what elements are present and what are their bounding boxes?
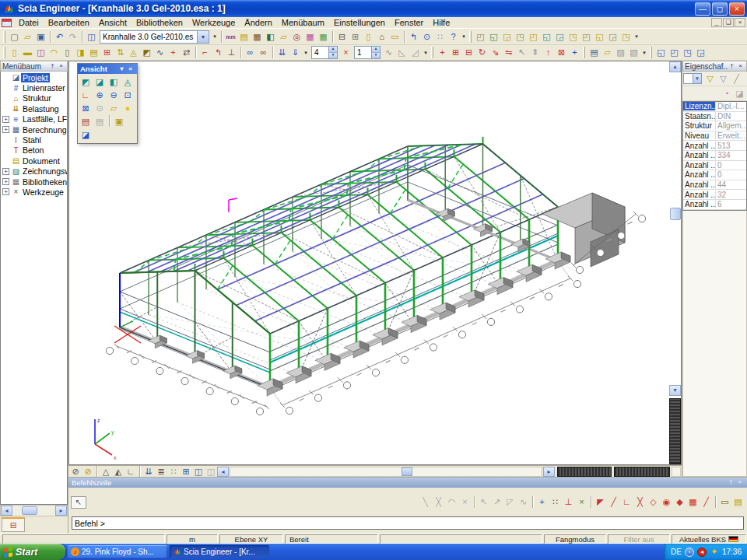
chart-icon[interactable]: ◔ xyxy=(720,87,733,100)
column-icon[interactable]: ▯ xyxy=(8,47,21,59)
toolbar-grip[interactable] xyxy=(3,31,5,43)
catalog-icon[interactable]: ▦ xyxy=(251,30,264,43)
hinge-icon[interactable]: ↰ xyxy=(212,47,225,59)
load-panel-icon-dropdown[interactable]: ▾ xyxy=(302,50,310,56)
new-file-icon[interactable]: ▢ xyxy=(8,30,21,43)
collapse-left-icon[interactable]: ◂ xyxy=(217,467,229,477)
filter-icon[interactable]: ▽ xyxy=(703,72,717,85)
start-button[interactable]: Start xyxy=(0,544,65,560)
status-plane[interactable]: Ebene XY xyxy=(219,534,283,544)
sidebar-item-struktur[interactable]: ⌂Struktur xyxy=(1,93,67,103)
column-console-icon[interactable]: ◫ xyxy=(34,47,47,59)
dot-grid-icon[interactable]: ∷ xyxy=(167,466,180,477)
point-grid-icon[interactable]: ∷ xyxy=(433,30,447,43)
close-icon[interactable]: × xyxy=(126,65,135,72)
help-what-icon[interactable]: ? xyxy=(447,30,460,43)
language-indicator[interactable]: DE xyxy=(671,548,682,556)
project-combobox[interactable]: Kranhalle 3.0 Gel-2010.es ▼ xyxy=(100,30,209,44)
mirror-icon[interactable]: ⇋ xyxy=(502,47,515,59)
property-value[interactable]: Dipl.-I... xyxy=(716,102,746,110)
property-value[interactable]: 44 xyxy=(716,180,746,189)
view-flag-icon[interactable]: ◲ xyxy=(606,30,619,43)
view-flag-icon[interactable]: ◱ xyxy=(593,30,606,43)
hide-icons-chevron-icon[interactable]: ‹ xyxy=(685,548,694,557)
supports-display-icon[interactable]: ∟ xyxy=(124,466,137,477)
property-value[interactable]: 513 xyxy=(716,142,746,150)
property-value[interactable]: DIN xyxy=(716,112,746,121)
menu-datei[interactable]: Datei xyxy=(14,18,44,27)
view-flag-icon[interactable]: ◱ xyxy=(487,30,500,43)
sidebar-item-linienrasteru[interactable]: #Linienraster u xyxy=(1,82,67,93)
trim-icon[interactable]: ⇞ xyxy=(528,47,542,59)
ucs-axes-icon[interactable]: ∟ xyxy=(79,89,93,102)
ucs-move-icon[interactable]: ◿ xyxy=(409,47,422,59)
menu-ndern[interactable]: Ändern xyxy=(240,18,276,27)
chevron-down-icon[interactable]: ▾ xyxy=(117,65,126,72)
view-flag-icon[interactable]: ◰ xyxy=(527,30,540,43)
mdi-restore-button[interactable]: ❏ xyxy=(723,18,734,27)
menu-fenster[interactable]: Fenster xyxy=(390,18,428,27)
activity-icon[interactable]: ◧ xyxy=(264,30,277,43)
tray-app-icon[interactable]: ✦ xyxy=(710,548,719,557)
property-value[interactable]: Allgem... xyxy=(716,121,746,130)
property-value[interactable]: 0 xyxy=(716,161,746,170)
property-row[interactable]: Anzahl ...32 xyxy=(683,190,746,200)
chevron-down-icon[interactable]: ▼ xyxy=(198,30,209,44)
property-row[interactable]: Anzahl ...513 xyxy=(683,141,746,151)
shading-off-icon[interactable]: ⊘ xyxy=(69,466,82,477)
sidebar-item-beton[interactable]: TBeton xyxy=(1,145,67,156)
open-icon[interactable]: ▱ xyxy=(21,30,34,43)
status-unit[interactable]: m xyxy=(167,534,218,544)
labels-display-icon[interactable]: ≣ xyxy=(155,466,167,477)
toolbar-grip[interactable] xyxy=(469,31,472,43)
view-flag-icon[interactable]: ◲ xyxy=(553,30,566,43)
scrollbar-thumb[interactable] xyxy=(670,208,681,220)
toolbar-grip[interactable] xyxy=(431,47,433,58)
rib-icon[interactable]: ▤ xyxy=(87,47,100,59)
ansicht-floating-toolbar[interactable]: Ansicht ▾ × ◩◪◧◬∟⊕⊖⊡⊠⊙▱●▤▤▣◪ xyxy=(77,63,138,144)
model-viewport[interactable]: zyx Ansicht ▾ × ◩◪◧◬∟⊕⊖⊡⊠⊙▱●▤▤▣◪ xyxy=(68,61,682,465)
property-value[interactable]: 32 xyxy=(716,191,746,199)
zoom-window-icon[interactable]: ⊡ xyxy=(121,89,135,102)
axis-reference-icon[interactable]: ∿ xyxy=(382,47,395,59)
property-filter-combobox[interactable]: ▼ xyxy=(683,73,702,84)
extend-icon[interactable]: ↑ xyxy=(542,47,555,59)
property-row[interactable]: StrukturAllgem... xyxy=(683,121,746,131)
view-flag-icon[interactable]: ◱ xyxy=(540,30,553,43)
window-cascade-icon[interactable]: ◱ xyxy=(654,47,668,59)
volume-icon[interactable]: ◂ xyxy=(697,548,707,557)
cursor-nw-icon[interactable]: ↖ xyxy=(477,496,490,509)
clipping-icon[interactable]: ▨ xyxy=(614,47,627,59)
scroll-left-icon[interactable]: ◂ xyxy=(1,506,12,516)
delete-snap-icon[interactable]: × xyxy=(458,496,472,509)
snap-clear-icon[interactable]: × xyxy=(575,496,588,509)
project-manager-icon[interactable]: ◫ xyxy=(85,30,98,43)
pin-icon[interactable]: † xyxy=(48,62,57,71)
scroll-right-icon[interactable]: ▸ xyxy=(55,506,67,516)
loads-display-icon[interactable]: ⇊ xyxy=(142,466,155,477)
drag-center-icon[interactable]: + xyxy=(568,47,581,59)
zoom-out-icon[interactable]: ⊖ xyxy=(107,89,121,102)
snap-tangent-icon[interactable]: ◉ xyxy=(660,496,673,509)
view-xz-icon[interactable]: ◩ xyxy=(79,75,93,89)
view-flag-icon[interactable]: ◰ xyxy=(580,30,593,43)
print-preview-icon[interactable]: ⊞ xyxy=(349,30,362,43)
copy-icon[interactable]: ⊞ xyxy=(449,47,462,59)
load-panel-icon[interactable]: ⇓ xyxy=(289,47,302,59)
property-value[interactable]: 334 xyxy=(716,151,746,159)
menu-einstellungen[interactable]: Einstellungen xyxy=(329,18,390,27)
rotate-icon[interactable]: ↻ xyxy=(475,47,489,59)
arc-snap-icon[interactable]: ◠ xyxy=(445,496,458,509)
save-icon[interactable]: ▣ xyxy=(34,30,47,43)
polyline-icon[interactable]: ∿ xyxy=(153,47,167,59)
property-value[interactable]: 0 xyxy=(716,170,746,179)
haunch-icon[interactable]: ◬ xyxy=(127,47,140,59)
volumes-icon[interactable]: △ xyxy=(100,466,112,477)
table-results-icon[interactable]: ▦ xyxy=(317,30,330,43)
scroll-down-icon[interactable]: ▾ xyxy=(669,385,681,396)
cursor-mode-icon[interactable]: ↖ xyxy=(71,496,86,509)
select-move-icon[interactable]: ↖ xyxy=(515,47,528,59)
weld-icon[interactable]: ⌐ xyxy=(198,47,212,59)
redo-icon[interactable]: ↷ xyxy=(66,30,79,43)
view-flag-icon[interactable]: ◳ xyxy=(619,30,633,43)
